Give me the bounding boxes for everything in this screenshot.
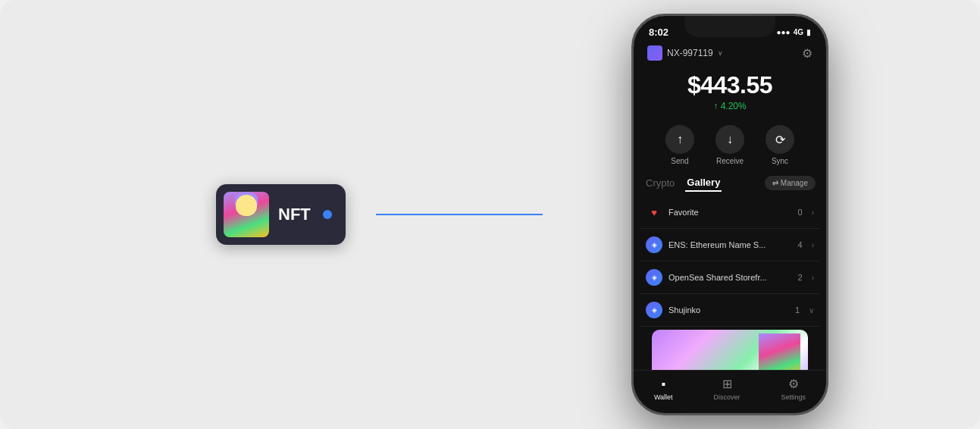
status-icons: ●●● 4G ▮ bbox=[777, 28, 811, 36]
balance-amount: $443.55 bbox=[634, 71, 826, 99]
bottom-navigation: ▪ Wallet ⊞ Discover ⚙ Settings bbox=[634, 370, 826, 413]
list-item[interactable]: ◈ OpenSea Shared Storefr... 2 › bbox=[640, 261, 820, 294]
settings-nav-icon: ⚙ bbox=[788, 377, 799, 391]
wallet-nav-icon: ▪ bbox=[661, 377, 665, 391]
send-icon: ↑ bbox=[665, 125, 694, 154]
nav-wallet[interactable]: ▪ Wallet bbox=[654, 377, 673, 401]
account-avatar bbox=[647, 45, 662, 61]
discover-nav-icon: ⊞ bbox=[722, 377, 732, 391]
nav-discover[interactable]: ⊞ Discover bbox=[714, 377, 740, 401]
preview-character bbox=[759, 333, 800, 370]
favorite-icon: ♥ bbox=[646, 204, 662, 221]
chevron-down-icon: ∨ bbox=[809, 306, 814, 315]
nft-preview-thumbnail[interactable] bbox=[652, 330, 808, 370]
nft-card-label: NFT bbox=[278, 205, 311, 224]
nft-section-name: Shujinko bbox=[668, 305, 789, 315]
chevron-right-icon: › bbox=[812, 274, 814, 282]
tab-crypto[interactable]: Crypto bbox=[644, 175, 676, 191]
phone-notch bbox=[684, 16, 775, 37]
sync-button[interactable]: ⟳ Sync bbox=[766, 125, 794, 165]
send-button[interactable]: ↑ Send bbox=[665, 125, 694, 165]
chevron-right-icon: › bbox=[812, 241, 814, 249]
nft-section-count: 4 bbox=[798, 240, 803, 249]
nft-section-count: 1 bbox=[795, 305, 800, 315]
phone-screen: 8:02 ●●● 4G ▮ NX-997119 ∨ ⚙ $443.55 bbox=[634, 16, 826, 413]
list-item[interactable]: ◈ ENS: Ethereum Name S... 4 › bbox=[640, 229, 820, 261]
nav-settings[interactable]: ⚙ Settings bbox=[781, 377, 806, 401]
connector-line bbox=[376, 214, 543, 215]
opensea-icon: ◈ bbox=[646, 269, 662, 286]
signal-icon: ●●● bbox=[777, 28, 791, 36]
status-time: 8:02 bbox=[649, 27, 668, 38]
nft-list: ♥ Favorite 0 › ◈ ENS: Ethereum Name S...… bbox=[634, 196, 826, 370]
sync-label: Sync bbox=[772, 157, 788, 165]
nft-section-count: 0 bbox=[798, 208, 803, 217]
receive-icon: ↓ bbox=[715, 125, 744, 154]
settings-nav-label: Settings bbox=[781, 393, 806, 401]
send-label: Send bbox=[671, 157, 688, 165]
list-item[interactable]: ◈ Shujinko 1 ∨ bbox=[640, 294, 820, 327]
manage-button[interactable]: ⇄ Manage bbox=[765, 176, 816, 190]
account-selector[interactable]: NX-997119 ∨ bbox=[647, 45, 723, 61]
list-item[interactable]: ♥ Favorite 0 › bbox=[640, 196, 820, 229]
discover-nav-label: Discover bbox=[714, 393, 740, 401]
chevron-right-icon: › bbox=[812, 208, 814, 217]
sync-icon: ⟳ bbox=[766, 125, 794, 154]
scene: NFT 8:02 ●●● 4G ▮ NX-997119 ∨ bbox=[0, 0, 980, 429]
nft-section-name: Favorite bbox=[668, 208, 792, 217]
settings-icon[interactable]: ⚙ bbox=[802, 46, 812, 61]
receive-button[interactable]: ↓ Receive bbox=[715, 125, 744, 165]
wallet-header: NX-997119 ∨ ⚙ bbox=[634, 41, 826, 64]
ens-icon: ◈ bbox=[646, 236, 662, 253]
wallet-nav-label: Wallet bbox=[654, 393, 673, 401]
phone-frame: 8:02 ●●● 4G ▮ NX-997119 ∨ ⚙ $443.55 bbox=[631, 14, 828, 415]
shujinko-icon: ◈ bbox=[646, 302, 662, 318]
network-type: 4G bbox=[794, 28, 803, 36]
nft-section-name: ENS: Ethereum Name S... bbox=[668, 240, 792, 249]
nft-card-image bbox=[224, 192, 269, 237]
chevron-down-icon: ∨ bbox=[718, 49, 723, 57]
balance-section: $443.55 ↑ 4.20% bbox=[634, 64, 826, 116]
receive-label: Receive bbox=[716, 157, 744, 165]
battery-icon: ▮ bbox=[806, 28, 811, 36]
tab-gallery[interactable]: Gallery bbox=[685, 174, 722, 192]
nft-dot-indicator bbox=[323, 210, 332, 219]
nft-callout-card: NFT bbox=[216, 184, 346, 245]
nft-section-name: OpenSea Shared Storefr... bbox=[668, 273, 792, 282]
action-buttons: ↑ Send ↓ Receive ⟳ Sync bbox=[634, 116, 826, 173]
gallery-tabs: Crypto Gallery ⇄ Manage bbox=[634, 173, 826, 196]
manage-label: ⇄ Manage bbox=[772, 179, 808, 187]
balance-change: ↑ 4.20% bbox=[634, 101, 826, 111]
nft-section-count: 2 bbox=[798, 273, 803, 282]
account-name: NX-997119 bbox=[667, 48, 713, 58]
